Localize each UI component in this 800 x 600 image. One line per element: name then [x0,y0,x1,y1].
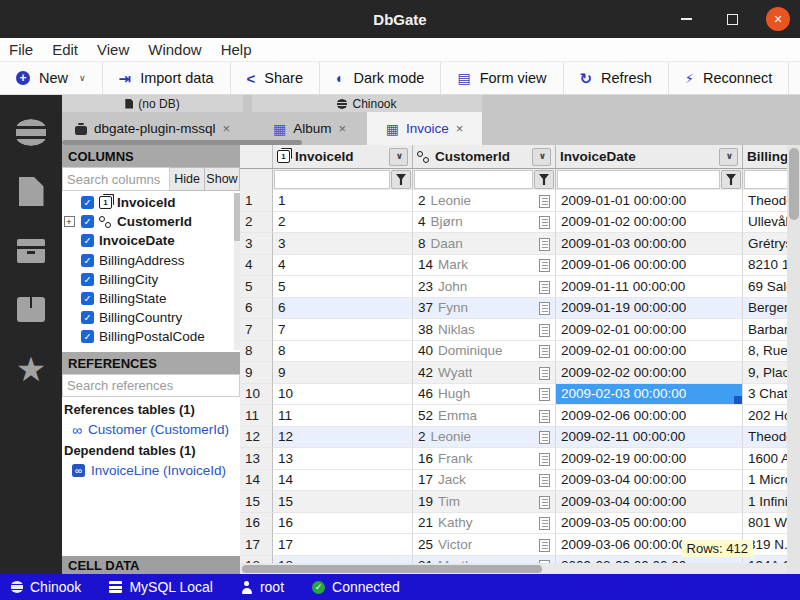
cell-customer-id[interactable]: 25Victor [413,534,556,556]
cell-invoice-date[interactable]: 2009-02-01 00:00:00 [556,341,743,363]
column-item-billingpostalcode[interactable]: BillingPostalCode [62,327,240,346]
toolbar-button-refresh[interactable]: Refresh [564,62,669,94]
filter-button[interactable] [534,170,554,189]
row-number[interactable]: 13 [240,448,273,470]
close-button[interactable]: × [766,7,790,31]
cell-invoice-id[interactable]: 5 [273,276,413,298]
checkbox-icon[interactable] [81,215,94,228]
sidebar-button-archive[interactable] [0,221,62,280]
cell-invoice-date[interactable]: 2009-01-02 00:00:00 [556,212,743,234]
reference-link-customer-customerid[interactable]: Customer (CustomerId) [62,419,240,440]
cell-invoice-date[interactable]: 2009-01-06 00:00:00 [556,255,743,277]
column-item-invoicedate[interactable]: InvoiceDate [62,231,240,250]
cell-customer-id[interactable]: 16Frank [413,448,556,470]
expand-icon[interactable]: + [64,216,75,227]
cell-invoice-date[interactable]: 2009-01-19 00:00:00 [556,298,743,320]
cell-customer-id[interactable]: 46Hugh [413,384,556,406]
cell-customer-id[interactable]: 2Leonie [413,190,556,212]
menu-item-file[interactable]: File [9,41,33,58]
cell-invoice-id[interactable]: 1 [273,190,413,212]
cell-customer-id[interactable]: 31Martha [413,556,556,564]
statusbar-item-chinook[interactable]: Chinook [11,579,81,595]
row-number[interactable]: 9 [240,362,273,384]
horizontal-scrollbar-thumb[interactable] [242,565,542,573]
filter-input[interactable] [274,170,390,189]
cell-billing-address[interactable]: Berger Straße 10 [743,298,787,320]
selection-drag-handle[interactable] [734,396,742,404]
filter-input[interactable] [557,170,720,189]
toolbar-button-undo[interactable]: Undo [789,62,800,94]
row-number[interactable]: 10 [240,384,273,406]
row-number[interactable]: 4 [240,255,273,277]
statusbar-item-root[interactable]: root [241,579,284,595]
reference-link-invoiceline-invoiceid[interactable]: InvoiceLine (InvoiceId) [62,460,240,481]
cell-invoice-date[interactable]: 2009-01-01 00:00:00 [556,190,743,212]
checkbox-icon[interactable] [81,196,94,209]
cell-invoice-id[interactable]: 6 [273,298,413,320]
search-references-input[interactable] [62,374,240,397]
sidebar-button-file[interactable] [0,162,62,221]
menu-item-view[interactable]: View [97,41,129,58]
column-menu-button[interactable] [719,148,738,166]
toolbar-button-reconnect[interactable]: Reconnect [669,62,789,94]
close-icon[interactable]: × [456,121,464,136]
cell-customer-id[interactable]: 4Bjørn [413,212,556,234]
cell-billing-address[interactable]: Theodor-Heuss-Straße 34 [743,190,787,212]
row-number[interactable]: 3 [240,233,273,255]
row-number[interactable]: 17 [240,534,273,556]
cell-billing-address[interactable]: 3 Chatham Street [743,384,787,406]
cell-invoice-id[interactable]: 12 [273,427,413,449]
column-menu-button[interactable] [389,148,408,166]
close-icon[interactable]: × [222,121,230,136]
cell-invoice-date[interactable]: 2009-02-19 00:00:00 [556,448,743,470]
checkbox-icon[interactable] [81,330,94,343]
cell-customer-id[interactable]: 40Dominique [413,341,556,363]
filter-input[interactable] [414,170,533,189]
column-item-billingaddress[interactable]: BillingAddress [62,251,240,270]
filter-button[interactable] [721,170,741,189]
vertical-scrollbar[interactable] [787,145,800,574]
cell-billing-address[interactable]: 69 Salem Street [743,276,787,298]
columns-panel-header[interactable]: COLUMNS [62,145,240,167]
row-number[interactable]: 18 [240,556,273,564]
cell-invoice-date[interactable]: 2009-01-11 00:00:00 [556,276,743,298]
row-number[interactable]: 5 [240,276,273,298]
sidebar-button-star[interactable] [0,339,62,398]
cell-customer-id[interactable]: 37Fynn [413,298,556,320]
cell-invoice-id[interactable]: 11 [273,405,413,427]
toolbar-button-share[interactable]: Share [231,62,320,94]
cell-customer-id[interactable]: 23John [413,276,556,298]
cell-invoice-id[interactable]: 16 [273,513,413,535]
cell-billing-address[interactable]: 1 Infinite Loop [743,491,787,513]
column-header-billingaddress[interactable]: BillingAddress [743,145,787,168]
search-columns-input[interactable] [62,167,170,191]
filter-button[interactable] [391,170,411,189]
cell-billing-address[interactable]: Grétrystraat 63 [743,233,787,255]
cell-invoice-date[interactable]: 2009-02-11 00:00:00 [556,427,743,449]
cell-billing-address[interactable]: 801 W 4th Street [743,513,787,535]
maximize-button[interactable] [720,7,744,31]
row-number[interactable]: 8 [240,341,273,363]
row-number[interactable]: 15 [240,491,273,513]
row-number[interactable]: 12 [240,427,273,449]
cell-customer-id[interactable]: 2Leonie [413,427,556,449]
row-number[interactable]: 16 [240,513,273,535]
cell-invoice-id[interactable]: 2 [273,212,413,234]
cell-invoice-date[interactable]: 2009-02-06 00:00:00 [556,405,743,427]
toolbar-button-dark-mode[interactable]: Dark mode [320,62,441,94]
toolbar-button-form-view[interactable]: Form view [441,62,563,94]
cell-invoice-date[interactable]: 2009-02-02 00:00:00 [556,362,743,384]
references-panel-header[interactable]: REFERENCES [62,352,240,374]
cell-invoice-date[interactable]: 2009-03-04 00:00:00 [556,491,743,513]
close-icon[interactable]: × [338,121,346,136]
cell-customer-id[interactable]: 8Daan [413,233,556,255]
minimize-button[interactable] [674,7,698,31]
cell-billing-address[interactable]: 8, Rue Hanovre [743,341,787,363]
column-menu-button[interactable] [532,148,551,166]
vertical-scrollbar-thumb[interactable] [789,148,799,220]
column-item-invoiceid[interactable]: InvoiceId [62,193,240,212]
cell-invoice-date[interactable]: 2009-02-01 00:00:00 [556,319,743,341]
menu-item-edit[interactable]: Edit [52,41,78,58]
checkbox-icon[interactable] [81,292,94,305]
row-number[interactable]: 6 [240,298,273,320]
